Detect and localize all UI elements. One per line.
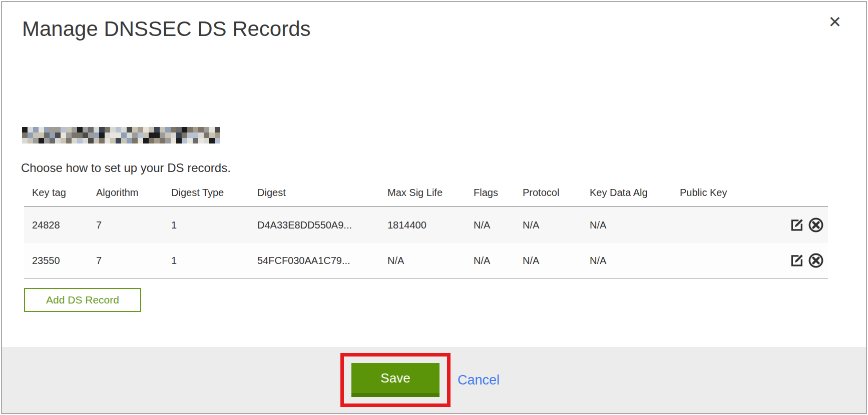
cell-flags: N/A [466, 255, 515, 266]
ds-records-table: Key tag Algorithm Digest Type Digest Max… [24, 179, 828, 279]
col-header-algorithm: Algorithm [88, 187, 163, 198]
table-row: 24828 7 1 D4A33E8DD550A9... 1814400 N/A … [24, 207, 828, 243]
col-header-key-tag: Key tag [24, 187, 88, 198]
cell-max-sig-life: N/A [379, 255, 466, 266]
col-header-public-key: Public Key [672, 187, 750, 198]
redacted-domain-name [22, 127, 220, 144]
cell-digest-type: 1 [163, 255, 249, 266]
cell-algorithm: 7 [88, 255, 163, 266]
cell-digest: 54FCF030AA1C79... [249, 255, 379, 266]
instruction-text: Choose how to set up your DS records. [21, 161, 231, 175]
cell-digest: D4A33E8DD550A9... [249, 220, 379, 231]
cell-key-tag: 23550 [24, 255, 88, 266]
col-header-digest-type: Digest Type [163, 187, 249, 198]
delete-record-icon[interactable] [807, 216, 825, 234]
cell-flags: N/A [466, 220, 515, 231]
col-header-digest: Digest [249, 187, 379, 198]
col-header-max-sig-life: Max Sig Life [379, 187, 466, 198]
modal-footer: Save Cancel [2, 347, 866, 413]
delete-record-icon[interactable] [807, 252, 825, 270]
edit-record-icon[interactable] [788, 252, 806, 270]
cell-key-tag: 24828 [24, 220, 88, 231]
close-icon[interactable]: ✕ [825, 12, 845, 32]
table-header-row: Key tag Algorithm Digest Type Digest Max… [24, 179, 828, 207]
edit-record-icon[interactable] [788, 216, 806, 234]
cell-max-sig-life: 1814400 [379, 220, 466, 231]
page-title: Manage DNSSEC DS Records [22, 17, 311, 41]
save-button[interactable]: Save [351, 363, 440, 397]
col-header-key-data-alg: Key Data Alg [582, 187, 672, 198]
col-header-flags: Flags [466, 187, 515, 198]
cell-protocol: N/A [515, 220, 582, 231]
table-row: 23550 7 1 54FCF030AA1C79... N/A N/A N/A … [24, 243, 828, 279]
add-ds-record-button[interactable]: Add DS Record [24, 288, 141, 312]
cell-key-data-alg: N/A [582, 220, 672, 231]
manage-dnssec-modal: Manage DNSSEC DS Records ✕ Choose how to… [1, 1, 867, 414]
col-header-protocol: Protocol [515, 187, 582, 198]
cell-protocol: N/A [515, 255, 582, 266]
cell-key-data-alg: N/A [582, 255, 672, 266]
cancel-link[interactable]: Cancel [458, 372, 500, 388]
cell-algorithm: 7 [88, 220, 163, 231]
cell-digest-type: 1 [163, 220, 249, 231]
save-highlight-annotation: Save [340, 353, 451, 407]
